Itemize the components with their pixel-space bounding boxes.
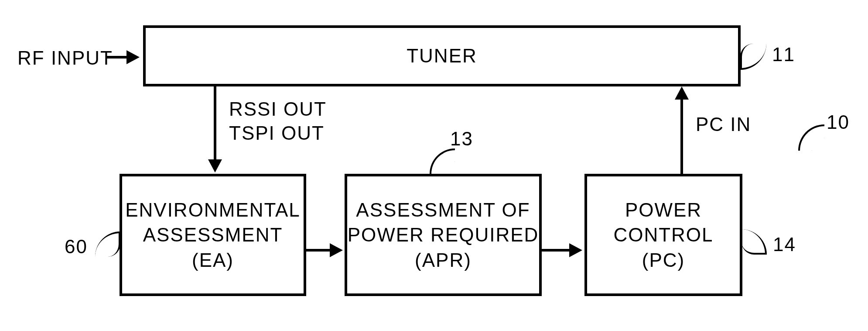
system-ref-label: 10: [827, 111, 850, 133]
ea-line2: ASSESSMENT: [143, 224, 283, 245]
pc-ref-label: 14: [773, 234, 796, 255]
tuner-to-ea-arrow-head: [208, 159, 222, 172]
tspi-out-label: TSPI OUT: [229, 122, 325, 144]
pc-in-label: PC IN: [696, 114, 751, 135]
pc-content: POWER CONTROL (PC): [613, 197, 713, 272]
pc-line3: (PC): [642, 249, 685, 271]
apr-line3: (APR): [415, 249, 472, 271]
apr-line2: POWER REQUIRED: [348, 224, 539, 245]
tuner-to-ea-arrow-line: [214, 86, 216, 163]
ea-line1: ENVIRONMENTAL: [125, 199, 301, 221]
apr-box: ASSESSMENT OF POWER REQUIRED (APR): [345, 174, 542, 296]
pc-box: POWER CONTROL (PC): [584, 174, 742, 296]
tuner-ref-curve: [740, 44, 766, 70]
pc-to-tuner-arrow-head: [675, 86, 689, 100]
ea-to-apr-arrow-line: [306, 249, 332, 252]
tuner-ref-label: 11: [772, 44, 795, 66]
ea-box: ENVIRONMENTAL ASSESSMENT (EA): [120, 174, 306, 296]
pc-to-tuner-arrow-line: [680, 100, 683, 174]
apr-ref-curve: [430, 148, 455, 174]
tuner-label: TUNER: [407, 43, 477, 68]
ea-to-apr-arrow-head: [330, 243, 343, 257]
apr-to-pc-arrow-line: [542, 249, 572, 252]
pc-line1: POWER: [625, 199, 702, 221]
system-ref-curve: [798, 124, 824, 151]
ea-line3: (EA): [192, 249, 234, 271]
pc-ref-curve: [742, 229, 767, 255]
tuner-box: TUNER: [143, 25, 741, 86]
apr-line1: ASSESSMENT OF: [356, 199, 530, 221]
rf-input-arrow-head: [126, 50, 140, 64]
ea-content: ENVIRONMENTAL ASSESSMENT (EA): [125, 197, 301, 272]
pc-line2: CONTROL: [613, 224, 713, 245]
rf-input-arrow-line: [107, 56, 129, 59]
rssi-out-label: RSSI OUT: [229, 98, 327, 120]
ea-ref-label: 60: [65, 236, 88, 258]
ea-ref-curve: [95, 231, 120, 257]
rf-input-label: RF INPUT: [17, 47, 113, 69]
apr-to-pc-arrow-head: [569, 243, 582, 257]
apr-ref-label: 13: [450, 128, 473, 150]
apr-content: ASSESSMENT OF POWER REQUIRED (APR): [348, 197, 539, 272]
